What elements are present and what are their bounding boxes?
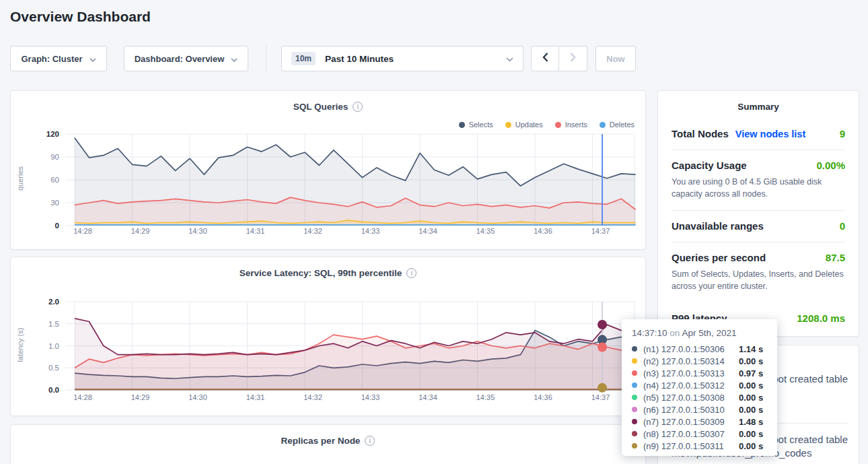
svg-text:14:28: 14:28 [73, 227, 92, 235]
svg-text:14:28: 14:28 [73, 393, 92, 401]
time-range-badge: 10m [291, 52, 316, 65]
chevron-right-icon [570, 53, 576, 65]
tooltip-node-value: 0.00 s [739, 393, 763, 403]
tooltip-row: (n4) 127.0.0.1:503120.00 s [632, 379, 767, 391]
svg-text:14:31: 14:31 [246, 393, 265, 401]
svg-text:14:33: 14:33 [361, 393, 380, 401]
summary-row: Unavailable ranges0 [672, 210, 845, 242]
now-button[interactable]: Now [595, 46, 636, 71]
tooltip-node-address: (n4) 127.0.0.1:50312 [643, 380, 739, 391]
summary-row-value: 9 [840, 128, 845, 139]
summary-row: Capacity Usage0.00%You are using 0 B of … [672, 150, 845, 210]
node-color-dot [632, 431, 637, 436]
svg-text:14:30: 14:30 [188, 393, 207, 401]
tooltip-row: (n3) 127.0.0.1:503130.97 s [632, 367, 767, 379]
svg-text:14:30: 14:30 [188, 227, 207, 235]
dashboard-dropdown[interactable]: Dashboard: Overview [124, 46, 248, 71]
svg-text:120: 120 [46, 130, 59, 138]
tooltip-node-value: 0.00 s [739, 356, 763, 366]
time-range-label: Past 10 Minutes [325, 54, 394, 64]
view-nodes-list-link[interactable]: View nodes list [735, 129, 806, 139]
summary-row-label: Unavailable ranges [672, 220, 764, 232]
svg-text:14:34: 14:34 [419, 393, 437, 401]
summary-row-description: Sum of Selects, Updates, Inserts, and De… [672, 268, 845, 292]
chevron-down-icon [506, 53, 513, 65]
svg-text:14:33: 14:33 [361, 227, 380, 235]
svg-text:14:32: 14:32 [303, 393, 322, 401]
tooltip-row: (n8) 127.0.0.1:503070.00 s [632, 428, 767, 440]
tooltip-node-address: (n5) 127.0.0.1:50308 [643, 393, 739, 403]
summary-row-label: Queries per second [672, 252, 766, 263]
tooltip-node-value: 0.00 s [739, 429, 763, 439]
tooltip-node-address: (n2) 127.0.0.1:50314 [643, 356, 739, 366]
node-color-dot [632, 395, 637, 400]
tooltip-node-value: 0.00 s [739, 405, 763, 415]
chevron-left-icon [542, 53, 548, 65]
service-latency-chart[interactable]: 14:2814:2914:3014:3114:3214:3314:3414:35… [11, 257, 647, 417]
node-color-dot [632, 358, 637, 364]
svg-text:1.5: 1.5 [48, 320, 59, 328]
node-color-dot [632, 383, 637, 388]
now-button-label: Now [606, 54, 624, 64]
svg-text:14:32: 14:32 [303, 227, 322, 235]
svg-text:2.0: 2.0 [48, 298, 59, 306]
svg-text:0.0: 0.0 [48, 386, 59, 394]
replicas-per-node-title: Replicas per Node i [11, 436, 645, 446]
sql-queries-card: SQL Queries i SelectsUpdatesInsertsDelet… [10, 90, 646, 250]
page-title: Overview Dashboard [10, 9, 151, 25]
time-prev-button[interactable] [531, 46, 559, 71]
tooltip-node-value: 0.00 s [739, 441, 763, 451]
svg-text:14:36: 14:36 [534, 393, 552, 401]
summary-panel: Summary Total NodesView nodes list9Capac… [657, 90, 859, 337]
summary-row: Total NodesView nodes list9 [672, 119, 845, 150]
replicas-per-node-card: Replicas per Node i [10, 424, 646, 464]
tooltip-node-value: 1.48 s [739, 417, 763, 427]
replicas-per-node-title-text: Replicas per Node [281, 436, 361, 446]
time-range-select[interactable]: 10m Past 10 Minutes [281, 46, 523, 71]
summary-row-description: You are using 0 B of 4.5 GiB usable disk… [672, 176, 845, 200]
svg-text:30: 30 [50, 199, 59, 207]
chevron-down-icon [231, 53, 238, 65]
tooltip-node-address: (n7) 127.0.0.1:50309 [643, 417, 739, 427]
tooltip-node-address: (n3) 127.0.0.1:50313 [643, 368, 739, 378]
summary-row-value: 1208.0 ms [797, 312, 845, 324]
svg-text:0: 0 [55, 222, 59, 230]
svg-text:14:29: 14:29 [131, 227, 150, 235]
tooltip-node-address: (n1) 127.0.0.1:50306 [643, 344, 739, 354]
node-color-dot [632, 419, 637, 424]
tooltip-timestamp: 14:37:10 on Apr 5th, 2021 [632, 328, 767, 338]
graph-dropdown-label: Graph: Cluster [21, 54, 82, 64]
summary-row-value: 0 [840, 220, 845, 232]
svg-text:14:37: 14:37 [591, 227, 610, 235]
sql-queries-chart[interactable]: 14:2814:2914:3014:3114:3214:3314:3414:35… [11, 91, 647, 251]
svg-text:14:37: 14:37 [591, 393, 610, 401]
tooltip-row: (n6) 127.0.0.1:503100.00 s [632, 403, 767, 416]
summary-row: Queries per second87.5Sum of Selects, Up… [672, 242, 845, 302]
tooltip-row: (n9) 127.0.0.1:503110.00 s [632, 440, 767, 452]
svg-text:90: 90 [50, 153, 59, 161]
service-latency-card: Service Latency: SQL, 99th percentile i … [10, 257, 646, 416]
node-color-dot [632, 407, 637, 412]
summary-row-label: Capacity Usage [672, 160, 747, 171]
svg-text:14:35: 14:35 [476, 393, 495, 401]
summary-row-value: 87.5 [826, 252, 845, 263]
chevron-down-icon [89, 53, 96, 65]
info-icon[interactable]: i [365, 436, 375, 446]
tooltip-row: (n5) 127.0.0.1:503080.00 s [632, 391, 767, 403]
node-color-dot [632, 346, 637, 352]
graph-dropdown[interactable]: Graph: Cluster [10, 46, 107, 71]
tooltip-row: (n2) 127.0.0.1:503140.00 s [632, 355, 767, 367]
chart-hover-tooltip: 14:37:10 on Apr 5th, 2021 (n1) 127.0.0.1… [622, 319, 777, 456]
dashboard-dropdown-label: Dashboard: Overview [135, 54, 225, 64]
node-color-dot [632, 370, 637, 376]
toolbar-divider [266, 46, 266, 71]
tooltip-node-value: 0.97 s [739, 368, 763, 378]
tooltip-row: (n1) 127.0.0.1:503061.14 s [632, 343, 767, 355]
tooltip-row: (n7) 127.0.0.1:503091.48 s [632, 416, 767, 428]
time-next-button[interactable] [559, 46, 587, 71]
tooltip-node-address: (n9) 127.0.0.1:50311 [643, 441, 739, 451]
node-color-dot [632, 443, 637, 449]
summary-row-label: Total Nodes [672, 128, 729, 139]
svg-text:14:36: 14:36 [534, 227, 552, 235]
svg-text:0.5: 0.5 [48, 364, 59, 372]
